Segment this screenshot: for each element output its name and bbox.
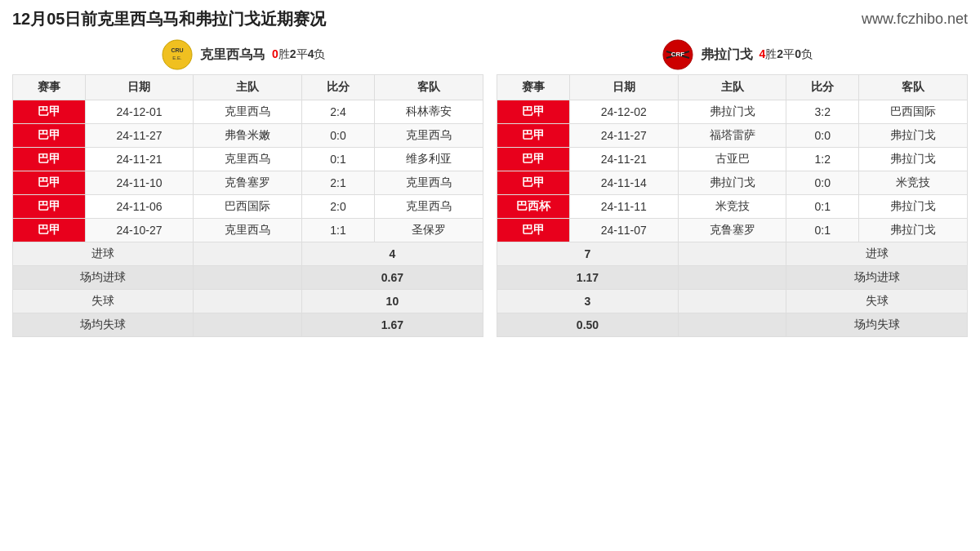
stat-avg-conceded-left-val: 1.67 [302,313,483,337]
col-left-date: 日期 [85,75,194,100]
right-home: 弗拉门戈 [678,100,786,124]
left-score: 0:1 [302,148,375,171]
spacer [194,242,302,266]
spacer2 [678,242,786,266]
right-score: 0:1 [786,219,859,242]
svg-text:E.E.: E.E. [172,56,182,60]
right-date: 24-11-07 [569,219,678,242]
right-team-name: 弗拉门戈 [701,47,753,64]
left-team-logo: CRU E.E. [161,38,194,71]
left-team-record: 0胜2平4负 [272,47,325,62]
stat-goals-left-label: 进球 [13,242,194,266]
divider [483,313,497,337]
left-team-name: 克里西乌马 [200,47,265,64]
table-row: 巴甲 24-12-01 克里西乌 2:4 科林蒂安 巴甲 24-12-02 弗拉… [13,100,968,124]
spacer2 [678,266,786,290]
left-home: 巴西国际 [194,195,302,219]
table-row: 巴甲 24-11-27 弗鲁米嫩 0:0 克里西乌 巴甲 24-11-27 福塔… [13,124,968,148]
left-away: 维多利亚 [374,148,483,171]
spacer [194,290,302,313]
right-score: 1:2 [786,148,859,171]
divider [483,100,497,124]
left-event: 巴甲 [13,171,86,195]
table-row: 巴甲 24-11-06 巴西国际 2:0 克里西乌 巴西杯 24-11-11 米… [13,195,968,219]
left-score: 0:0 [302,124,375,148]
left-event: 巴甲 [13,124,86,148]
spacer [194,266,302,290]
right-event: 巴甲 [497,148,570,171]
stat-goals-right-label: 进球 [786,242,968,266]
stats-row: 进球 4 7 进球 [13,242,968,266]
right-event: 巴甲 [497,171,570,195]
col-left-away: 客队 [374,75,483,100]
right-date: 24-11-14 [569,171,678,195]
svg-text:CRF: CRF [670,51,684,58]
stat-avg-conceded-right-val: 0.50 [497,313,678,337]
stat-avg-goals-left-label: 场均进球 [13,266,194,290]
table-row: 巴甲 24-10-27 克里西乌 1:1 圣保罗 巴甲 24-11-07 克鲁塞… [13,219,968,242]
left-wins: 0 [272,47,278,60]
right-date: 24-11-21 [569,148,678,171]
right-event: 巴西杯 [497,195,570,219]
right-away: 弗拉门戈 [859,219,968,242]
right-home: 弗拉门戈 [678,171,786,195]
stat-conceded-right-val: 3 [497,290,678,313]
divider [483,148,497,171]
right-away: 米竞技 [859,171,968,195]
right-losses: 0 [795,47,801,60]
col-right-date: 日期 [569,75,678,100]
stat-avg-goals-right-val: 1.17 [497,266,678,290]
col-left-score: 比分 [302,75,375,100]
col-left-event: 赛事 [13,75,86,100]
right-team-record: 4胜2平0负 [760,47,813,62]
left-date: 24-11-10 [85,171,194,195]
right-event: 巴甲 [497,124,570,148]
stat-avg-goals-left-val: 0.67 [302,266,483,290]
table-row: 巴甲 24-11-10 克鲁塞罗 2:1 克里西乌 巴甲 24-11-14 弗拉… [13,171,968,195]
left-home: 克里西乌 [194,148,302,171]
right-home: 福塔雷萨 [678,124,786,148]
stats-row: 失球 10 3 失球 [13,290,968,313]
right-date: 24-12-02 [569,100,678,124]
left-away: 克里西乌 [374,195,483,219]
stats-row: 场均失球 1.67 0.50 场均失球 [13,313,968,337]
left-away: 克里西乌 [374,171,483,195]
stat-conceded-right-label: 失球 [786,290,968,313]
right-date: 24-11-11 [569,195,678,219]
left-date: 24-11-21 [85,148,194,171]
left-date: 24-11-06 [85,195,194,219]
svg-point-0 [163,40,192,69]
spacer2 [678,290,786,313]
left-date: 24-11-27 [85,124,194,148]
left-score: 2:1 [302,171,375,195]
right-away: 巴西国际 [859,100,968,124]
right-date: 24-11-27 [569,124,678,148]
left-home: 克鲁塞罗 [194,171,302,195]
left-away: 克里西乌 [374,124,483,148]
right-away: 弗拉门戈 [859,124,968,148]
right-away: 弗拉门戈 [859,148,968,171]
right-home: 米竞技 [678,195,786,219]
col-right-away: 客队 [859,75,968,100]
col-right-home: 主队 [678,75,786,100]
right-score: 0:0 [786,171,859,195]
right-team-logo: CRF [662,38,694,71]
website-url: www.fczhibo.net [862,11,968,28]
left-date: 24-12-01 [85,100,194,124]
divider [483,266,497,290]
left-event: 巴甲 [13,148,86,171]
left-home: 克里西乌 [194,100,302,124]
col-right-event: 赛事 [497,75,570,100]
divider [483,171,497,195]
stat-conceded-left-label: 失球 [13,290,194,313]
left-event: 巴甲 [13,195,86,219]
right-score: 3:2 [786,100,859,124]
stat-goals-right-val: 7 [497,242,678,266]
col-left-home: 主队 [194,75,302,100]
left-away: 圣保罗 [374,219,483,242]
col-right-score: 比分 [786,75,859,100]
right-score: 0:1 [786,195,859,219]
left-away: 科林蒂安 [374,100,483,124]
left-home: 克里西乌 [194,219,302,242]
left-score: 2:0 [302,195,375,219]
